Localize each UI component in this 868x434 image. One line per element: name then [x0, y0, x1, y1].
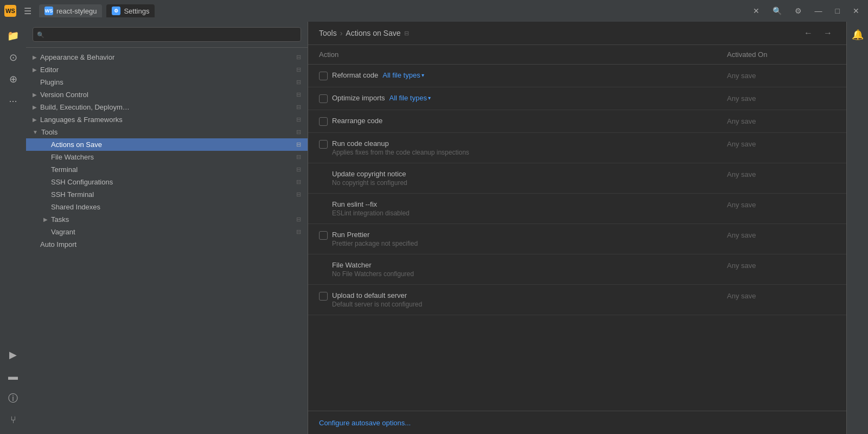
breadcrumb-current: Actions on Save [346, 29, 400, 37]
sidebar-item-label: Version Control [40, 91, 88, 99]
table-row: Reformat code All file types Any save [308, 65, 846, 87]
menu-button[interactable]: ☰ [21, 5, 35, 17]
run-prettier-checkbox[interactable] [319, 231, 328, 240]
pin-icon: ⊟ [296, 104, 301, 111]
sidebar-item-label: File Watchers [51, 153, 94, 161]
sidebar-item-vagrant[interactable]: ▶ Vagrant ⊟ [26, 226, 308, 238]
sidebar-item-file-watchers[interactable]: ▶ File Watchers ⊟ [26, 151, 308, 163]
sidebar-item-actions-on-save[interactable]: ▶ Actions on Save ⊟ [26, 138, 308, 151]
pin-icon: ⊟ [296, 129, 301, 136]
row-subtitle: No copyright is configured [332, 179, 723, 187]
row-activated: Any save [727, 94, 835, 103]
table-row: Optimize imports All file types Any save [308, 87, 846, 110]
pin-icon: ⊟ [296, 216, 301, 223]
sidebar-item-label: Plugins [40, 78, 63, 86]
sidebar-item-label: Tools [41, 128, 58, 136]
upload-server-checkbox[interactable] [319, 292, 328, 301]
window-close-button[interactable]: ✕ [848, 5, 864, 16]
sidebar-item-languages[interactable]: ▶ Languages & Frameworks ⊟ [26, 113, 308, 126]
row-activated: Any save [727, 139, 835, 148]
arrow-icon: ▶ [33, 54, 37, 60]
run-code-cleanup-checkbox[interactable] [319, 140, 328, 149]
content-footer: Configure autosave options... [308, 411, 846, 434]
titlebar: WS ☰ WS react-stylegu ⚙ Settings ✕ 🔍 ⚙ —… [0, 0, 868, 22]
info-icon-btn[interactable]: ⓘ [3, 388, 23, 408]
row-subtitle: ESLint integration disabled [332, 209, 723, 217]
file-types-button[interactable]: All file types [382, 71, 424, 79]
main-layout: 📁 ⊙ ⊕ ··· ▶ ▬ ⓘ ⑂ ▶ Appearance & Behavio… [0, 22, 868, 434]
sidebar-item-label: SSH Terminal [51, 190, 94, 199]
settings-tab-label: Settings [124, 7, 149, 15]
rearrange-code-checkbox[interactable] [319, 117, 328, 126]
row-action-area: Reformat code All file types [332, 71, 723, 79]
folder-icon-btn[interactable]: 📁 [3, 26, 23, 46]
col-action-header: Action [319, 50, 727, 59]
pin-icon: ⊟ [296, 116, 301, 123]
pin-icon: ⊟ [296, 66, 301, 73]
sidebar-item-tasks[interactable]: ▶ Tasks ⊟ [26, 213, 308, 226]
row-content: Update copyright notice No copyright is … [319, 170, 723, 187]
search-wrap [33, 27, 301, 42]
sidebar-item-ssh-terminal[interactable]: ▶ SSH Terminal ⊟ [26, 188, 308, 201]
breadcrumb-parent[interactable]: Tools [319, 29, 337, 37]
pin-icon: ⊟ [296, 228, 301, 235]
table-row: Upload to default server Default server … [308, 285, 846, 315]
pin-icon: ⊟ [296, 91, 301, 98]
minimize-button[interactable]: — [810, 5, 827, 16]
back-button[interactable]: ← [801, 27, 816, 39]
sidebar-item-version-control[interactable]: ▶ Version Control ⊟ [26, 88, 308, 101]
arrow-icon: ▶ [33, 104, 37, 110]
gear-button[interactable]: ⚙ [790, 5, 806, 16]
table-row: Run eslint --fix ESLint integration disa… [308, 194, 846, 224]
content-area: Tools › Actions on Save ⊟ ← → Action Act… [308, 22, 846, 434]
search-button[interactable]: 🔍 [768, 5, 786, 16]
arrow-icon: ▶ [43, 216, 48, 222]
source-icon-btn[interactable]: ⊙ [3, 48, 23, 67]
row-activated: Any save [727, 291, 835, 300]
file-types-button[interactable]: All file types [390, 94, 431, 102]
configure-autosave-link[interactable]: Configure autosave options... [319, 419, 411, 427]
sidebar-item-label: SSH Configurations [51, 178, 113, 186]
settings-search-input[interactable] [33, 27, 301, 42]
table-row: Update copyright notice No copyright is … [308, 163, 846, 194]
close-tab-button[interactable]: ✕ [749, 5, 764, 16]
row-content: Rearrange code [332, 117, 723, 125]
actions-table: Action Activated On Reformat code All fi… [308, 45, 846, 315]
settings-tab[interactable]: ⚙ Settings [106, 4, 155, 17]
project-tab[interactable]: WS react-stylegu [39, 4, 102, 17]
reformat-code-checkbox[interactable] [319, 72, 328, 80]
sidebar-item-label: Actions on Save [51, 141, 102, 149]
git-icon-btn[interactable]: ⑂ [3, 410, 23, 430]
table-row: Run Prettier Prettier package not specif… [308, 224, 846, 254]
plugin-icon-btn[interactable]: ⊕ [3, 69, 23, 89]
optimize-imports-checkbox[interactable] [319, 94, 328, 103]
row-content: Optimize imports All file types [332, 94, 723, 102]
sidebar-item-terminal[interactable]: ▶ Terminal ⊟ [26, 163, 308, 176]
row-content: Run eslint --fix ESLint integration disa… [319, 200, 723, 217]
sidebar-item-shared-indexes[interactable]: ▶ Shared Indexes [26, 201, 308, 213]
sidebar-item-ssh-configurations[interactable]: ▶ SSH Configurations ⊟ [26, 176, 308, 188]
row-content: Run code cleanup Applies fixes from the … [332, 139, 723, 156]
row-title: Run code cleanup [332, 139, 389, 148]
sidebar-item-auto-import[interactable]: ▶ Auto Import [26, 238, 308, 251]
pin-icon: ⊟ [296, 79, 301, 86]
row-subtitle: Prettier package not specified [332, 240, 723, 247]
more-icon-btn[interactable]: ··· [3, 91, 23, 111]
sidebar-item-tools[interactable]: ▼ Tools ⊟ [26, 126, 308, 138]
sidebar-item-label: Auto Import [40, 240, 76, 248]
row-title: Rearrange code [332, 117, 382, 125]
forward-button[interactable]: → [820, 27, 835, 39]
row-subtitle: Applies fixes from the code cleanup insp… [332, 149, 723, 156]
sidebar-item-build[interactable]: ▶ Build, Execution, Deploym… ⊟ [26, 101, 308, 113]
run-icon-btn[interactable]: ▶ [3, 345, 23, 365]
sidebar-item-plugins[interactable]: ▶ Plugins ⊟ [26, 76, 308, 88]
sidebar-item-label: Languages & Frameworks [40, 116, 123, 124]
col-activated-header: Activated On [727, 50, 835, 59]
terminal-icon-btn[interactable]: ▬ [3, 367, 23, 386]
row-subtitle: Default server is not configured [332, 301, 723, 308]
sidebar-item-label: Tasks [51, 215, 69, 224]
bell-button[interactable]: 🔔 [849, 26, 866, 43]
sidebar-item-appearance[interactable]: ▶ Appearance & Behavior ⊟ [26, 51, 308, 63]
maximize-button[interactable]: □ [831, 5, 844, 16]
sidebar-item-editor[interactable]: ▶ Editor ⊟ [26, 63, 308, 76]
